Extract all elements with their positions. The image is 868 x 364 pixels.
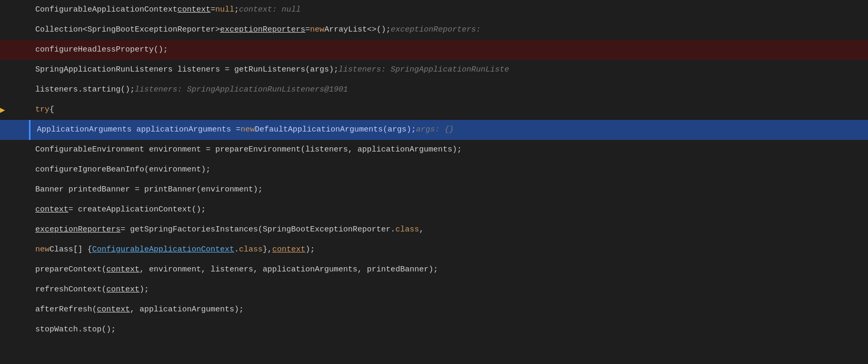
code-editor: ConfigurableApplicationContext context =… xyxy=(0,0,868,364)
token: = getSpringFactoriesInstances(SpringBoot… xyxy=(121,220,395,240)
token: ApplicationArguments applicationArgument… xyxy=(37,120,241,140)
token: . xyxy=(234,240,239,260)
line-content-13: new Class[] { ConfigurableApplicationCon… xyxy=(29,240,868,260)
token: context: null xyxy=(239,0,301,20)
line-content-12: exceptionReporters = getSpringFactoriesI… xyxy=(29,220,868,240)
current-line-arrow-icon: ▶ xyxy=(0,105,5,115)
code-line-11: context = createApplicationContext(); xyxy=(0,200,868,220)
code-line-2: Collection<SpringBootExceptionReporter> … xyxy=(0,20,868,40)
token: { xyxy=(49,100,54,120)
code-line-13: new Class[] { ConfigurableApplicationCon… xyxy=(0,240,868,260)
token: exceptionReporters xyxy=(220,20,305,40)
token: exceptionReporters xyxy=(35,220,121,240)
token: Banner printedBanner = printBanner(envir… xyxy=(35,180,263,200)
token: DefaultApplicationArguments(args); xyxy=(255,120,416,140)
token: context xyxy=(97,300,130,320)
token: Class[] { xyxy=(49,240,92,260)
token: listeners: SpringApplicationRunListeners… xyxy=(135,80,348,100)
token: class xyxy=(395,220,419,240)
line-content-9: configureIgnoreBeanInfo(environment); xyxy=(29,160,868,180)
token: new xyxy=(35,240,49,260)
code-line-14: prepareContext(context, environment, lis… xyxy=(0,260,868,280)
token: ); xyxy=(305,240,315,260)
token: args: {} xyxy=(416,120,454,140)
code-line-6: ▶ try { xyxy=(0,100,868,120)
code-line-17: stopWatch.stop(); xyxy=(0,320,868,340)
line-content-3: configureHeadlessProperty(); xyxy=(29,40,868,60)
line-content-7: ApplicationArguments applicationArgument… xyxy=(31,120,868,140)
code-line-10: Banner printedBanner = printBanner(envir… xyxy=(0,180,868,200)
token: ArrayList<>(); xyxy=(324,20,391,40)
code-line-9: configureIgnoreBeanInfo(environment); xyxy=(0,160,868,180)
token: exceptionReporters: xyxy=(391,20,481,40)
line-content-17: stopWatch.stop(); xyxy=(29,320,868,340)
code-line-15: refreshContext(context); xyxy=(0,280,868,300)
token: listeners.starting(); xyxy=(35,80,135,100)
code-line-4: SpringApplicationRunListeners listeners … xyxy=(0,60,868,80)
token: ConfigurableEnvironment environment = pr… xyxy=(35,140,462,160)
token: refreshContext( xyxy=(35,280,106,300)
code-lines: ConfigurableApplicationContext context =… xyxy=(0,0,868,364)
token: new xyxy=(310,20,324,40)
token: context xyxy=(177,0,211,20)
line-content-15: refreshContext(context); xyxy=(29,280,868,300)
code-line-12: exceptionReporters = getSpringFactoriesI… xyxy=(0,220,868,240)
token: stopWatch.stop(); xyxy=(35,320,116,340)
code-line-1: ConfigurableApplicationContext context =… xyxy=(0,0,868,20)
line-content-1: ConfigurableApplicationContext context =… xyxy=(29,0,868,20)
token: configureHeadlessProperty(); xyxy=(35,40,168,60)
token: context xyxy=(272,240,305,260)
token: ConfigurableApplicationContext xyxy=(35,0,177,20)
token: SpringApplicationRunListeners listeners … xyxy=(35,60,338,80)
line-content-14: prepareContext(context, environment, lis… xyxy=(29,260,868,280)
token-try: try xyxy=(35,100,49,120)
token: = xyxy=(211,0,215,20)
token: Collection<SpringBootExceptionReporter> xyxy=(35,20,220,40)
token: context xyxy=(35,200,68,220)
code-line-16: afterRefresh(context, applicationArgumen… xyxy=(0,300,868,320)
token: prepareContext( xyxy=(35,260,106,280)
code-line-5: listeners.starting(); listeners: SpringA… xyxy=(0,80,868,100)
token: , environment, listeners, applicationArg… xyxy=(139,260,438,280)
token: , applicationArguments); xyxy=(130,300,244,320)
token: listeners: SpringApplicationRunListe xyxy=(338,60,509,80)
token: = xyxy=(305,20,310,40)
code-line-7: ApplicationArguments applicationArgument… xyxy=(0,120,868,140)
code-line-8: ConfigurableEnvironment environment = pr… xyxy=(0,140,868,160)
line-content-11: context = createApplicationContext(); xyxy=(29,200,868,220)
line-content-2: Collection<SpringBootExceptionReporter> … xyxy=(29,20,868,40)
line-content-6: try { xyxy=(29,100,868,120)
token: ; xyxy=(234,0,239,20)
line-content-16: afterRefresh(context, applicationArgumen… xyxy=(29,300,868,320)
token: configureIgnoreBeanInfo(environment); xyxy=(35,160,211,180)
token: }, xyxy=(263,240,272,260)
line-content-10: Banner printedBanner = printBanner(envir… xyxy=(29,180,868,200)
token: afterRefresh( xyxy=(35,300,97,320)
line-content-4: SpringApplicationRunListeners listeners … xyxy=(29,60,868,80)
token: = createApplicationContext(); xyxy=(68,200,206,220)
token: ConfigurableApplicationContext xyxy=(92,240,234,260)
token: context xyxy=(106,260,139,280)
token: context xyxy=(106,280,139,300)
line-content-8: ConfigurableEnvironment environment = pr… xyxy=(29,140,868,160)
line-content-5: listeners.starting(); listeners: SpringA… xyxy=(29,80,868,100)
token: class xyxy=(239,240,263,260)
token: ); xyxy=(139,280,149,300)
code-line-3: configureHeadlessProperty(); xyxy=(0,40,868,60)
token: new xyxy=(241,120,255,140)
token: , xyxy=(419,220,424,240)
token: null xyxy=(215,0,234,20)
